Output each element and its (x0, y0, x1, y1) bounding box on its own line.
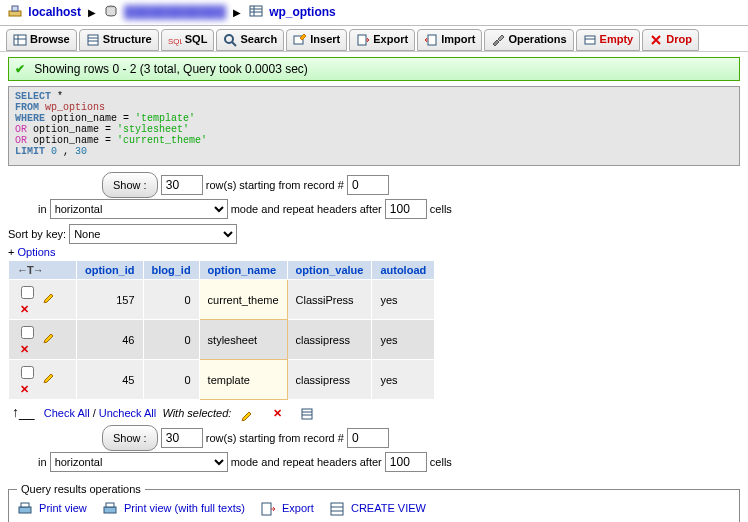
tab-label: Structure (103, 33, 152, 45)
delete-selected-icon[interactable]: ✕ (273, 407, 282, 419)
options-link[interactable]: Options (17, 246, 55, 258)
tab-label: Import (441, 33, 475, 45)
tab-export[interactable]: Export (349, 29, 415, 51)
cell: template (199, 360, 287, 400)
export-link[interactable]: Export (282, 502, 314, 514)
svg-rect-10 (88, 35, 98, 45)
edit-selected-icon[interactable] (241, 407, 255, 419)
export-selected-icon[interactable] (300, 407, 314, 419)
table-row: ✕ 157 0 current_theme ClassiPress yes (9, 280, 435, 320)
rows-count-input[interactable] (161, 428, 203, 448)
svg-rect-0 (9, 11, 21, 16)
label: mode and repeat headers after (231, 203, 382, 215)
edit-icon[interactable] (40, 289, 57, 301)
col-option-value[interactable]: option_value (287, 261, 372, 280)
breadcrumb: localhost ▶ ████████████ ▶ wp_options (0, 0, 748, 26)
query-results-operations: Query results operations Print view Prin… (8, 483, 740, 522)
edit-icon[interactable] (40, 329, 57, 341)
col-option-id[interactable]: option_id (77, 261, 144, 280)
server-icon (8, 4, 22, 21)
tab-insert[interactable]: Insert (286, 29, 347, 51)
svg-rect-19 (585, 36, 595, 44)
tab-drop[interactable]: Drop (642, 29, 699, 51)
label: cells (430, 203, 452, 215)
cell: 45 (77, 360, 144, 400)
cell: 0 (143, 280, 199, 320)
delete-icon[interactable]: ✕ (17, 383, 29, 395)
show-button[interactable]: Show : (102, 172, 158, 198)
label: mode and repeat headers after (231, 456, 382, 468)
label: row(s) starting from record # (206, 432, 344, 444)
tab-operations[interactable]: Operations (484, 29, 573, 51)
sql-query-box: SELECT * FROM wp_options WHERE option_na… (8, 86, 740, 166)
col-option-name[interactable]: option_name (199, 261, 287, 280)
create-view-link[interactable]: CREATE VIEW (351, 502, 426, 514)
sort-key-select[interactable]: None (69, 224, 237, 244)
cell: yes (372, 320, 435, 360)
svg-rect-31 (331, 503, 343, 515)
breadcrumb-table[interactable]: wp_options (269, 5, 336, 19)
tab-sql[interactable]: SQLSQL (161, 29, 215, 51)
label: row(s) starting from record # (206, 179, 344, 191)
tab-bar: Browse Structure SQLSQL Search Insert Ex… (0, 26, 748, 52)
row-checkbox[interactable] (21, 286, 34, 299)
tab-browse[interactable]: Browse (6, 29, 77, 51)
cell: 157 (77, 280, 144, 320)
show-button[interactable]: Show : (102, 425, 158, 451)
table-row: ✕ 45 0 template classipress yes (9, 360, 435, 400)
col-blog-id[interactable]: blog_id (143, 261, 199, 280)
breadcrumb-sep: ▶ (88, 7, 96, 18)
tab-label: Search (240, 33, 277, 45)
legend: Query results operations (17, 483, 145, 495)
print-view-full-link[interactable]: Print view (with full texts) (124, 502, 245, 514)
print-icon (102, 501, 118, 517)
check-all-link[interactable]: Check All (44, 407, 90, 419)
tab-import[interactable]: Import (417, 29, 482, 51)
status-text: Showing rows 0 - 2 (3 total, Query took … (34, 62, 307, 76)
row-checkbox[interactable] (21, 366, 34, 379)
cell: 46 (77, 320, 144, 360)
svg-rect-18 (428, 35, 436, 45)
col-autoload[interactable]: autoload (372, 261, 435, 280)
start-record-input[interactable] (347, 175, 389, 195)
display-mode-select[interactable]: horizontal (50, 199, 228, 219)
cell: yes (372, 360, 435, 400)
with-selected-label: With selected: (162, 407, 231, 419)
bulk-actions: ↑__ Check All / Uncheck All With selecte… (12, 404, 748, 421)
edit-icon[interactable] (40, 369, 57, 381)
cell: current_theme (199, 280, 287, 320)
cell: yes (372, 280, 435, 320)
table-row: ✕ 46 0 stylesheet classipress yes (9, 320, 435, 360)
svg-point-14 (225, 35, 233, 43)
delete-icon[interactable]: ✕ (17, 343, 29, 355)
repeat-headers-input[interactable] (385, 199, 427, 219)
display-mode-select[interactable]: horizontal (50, 452, 228, 472)
uncheck-all-link[interactable]: Uncheck All (99, 407, 156, 419)
tab-structure[interactable]: Structure (79, 29, 159, 51)
label: Sort by key: (8, 228, 66, 240)
rows-count-input[interactable] (161, 175, 203, 195)
row-checkbox[interactable] (21, 326, 34, 339)
print-view-link[interactable]: Print view (39, 502, 87, 514)
print-icon (17, 501, 33, 517)
up-arrow-icon: ↑__ (12, 404, 35, 420)
delete-icon[interactable]: ✕ (17, 303, 29, 315)
tab-label: Drop (666, 33, 692, 45)
start-record-input[interactable] (347, 428, 389, 448)
breadcrumb-db[interactable]: ████████████ (124, 5, 226, 19)
repeat-headers-input[interactable] (385, 452, 427, 472)
tab-search[interactable]: Search (216, 29, 284, 51)
tab-label: Empty (600, 33, 634, 45)
label: in (38, 456, 47, 468)
sort-row: Sort by key: None (8, 224, 748, 244)
breadcrumb-server[interactable]: localhost (28, 5, 81, 19)
svg-text:SQL: SQL (168, 37, 182, 46)
tab-empty[interactable]: Empty (576, 29, 641, 51)
table-icon (249, 4, 263, 21)
label: cells (430, 456, 452, 468)
swap-icon[interactable]: ←T→ (17, 264, 43, 276)
tab-label: SQL (185, 33, 208, 45)
svg-rect-17 (358, 35, 366, 45)
svg-rect-23 (302, 409, 312, 419)
cell: classipress (287, 360, 372, 400)
